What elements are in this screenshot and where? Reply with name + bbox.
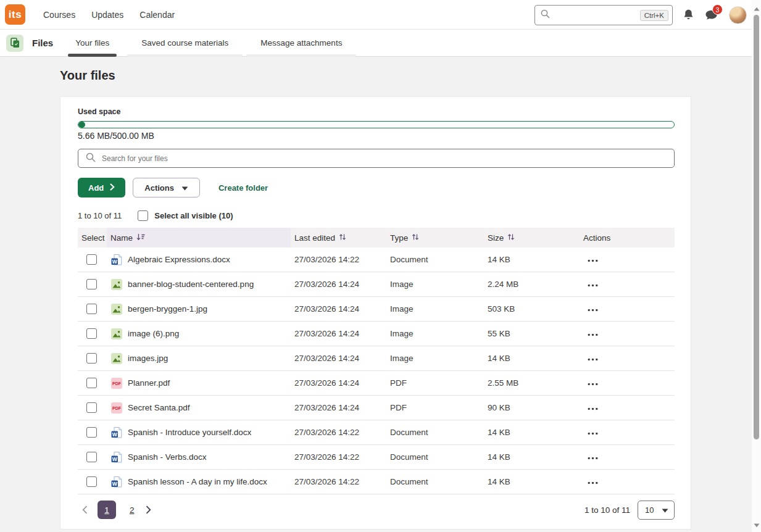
row-select-checkbox[interactable] (86, 328, 97, 339)
file-size: 14 KB (484, 354, 580, 363)
storage-usage-text: 5.66 MB/500.00 MB (78, 131, 154, 141)
svg-text:W: W (112, 481, 117, 487)
select-all-checkbox[interactable] (138, 210, 148, 221)
results-range-text: 1 to 10 of 11 (78, 211, 122, 220)
nav-item-updates[interactable]: Updates (83, 0, 131, 30)
file-type: Document (386, 428, 484, 437)
row-select-checkbox[interactable] (86, 279, 97, 289)
messages-button[interactable]: 3 (705, 10, 718, 23)
row-select-checkbox[interactable] (86, 254, 97, 265)
file-name-link[interactable]: Secret Santa.pdf (128, 403, 190, 412)
word-file-icon: W (110, 476, 122, 488)
file-last-edited: 27/03/2026 14:24 (291, 329, 386, 338)
file-search-input[interactable] (102, 154, 674, 163)
row-actions-menu-button[interactable] (580, 297, 675, 321)
column-header-last-edited[interactable]: Last edited (291, 228, 386, 247)
svg-text:PDF: PDF (112, 406, 122, 410)
row-actions-menu-button[interactable] (580, 346, 675, 370)
ellipsis-icon (588, 280, 598, 289)
nav-item-calendar[interactable]: Calendar (131, 0, 183, 30)
file-search[interactable] (78, 149, 675, 168)
svg-text:W: W (112, 456, 117, 462)
create-folder-link[interactable]: Create folder (218, 183, 268, 193)
global-search-input[interactable] (554, 10, 640, 20)
file-name-link[interactable]: bergen-bryggen-1.jpg (128, 304, 207, 314)
file-table-header: Select Name Last edited Type Siz (78, 228, 675, 247)
file-size: 55 KB (484, 329, 580, 338)
file-name-link[interactable]: images.jpg (128, 354, 168, 363)
pdf-file-icon: PDF (110, 377, 122, 389)
ellipsis-icon (588, 477, 598, 486)
column-header-actions: Actions (580, 228, 675, 247)
notifications-button[interactable] (683, 9, 694, 23)
row-select-checkbox[interactable] (86, 402, 97, 413)
file-size: 2.55 MB (484, 378, 580, 388)
column-header-type[interactable]: Type (386, 228, 484, 247)
tab-saved-course-materials[interactable]: Saved course materials (125, 30, 244, 57)
file-table-row: images.jpg 27/03/2026 14:24 Image 14 KB (78, 346, 675, 371)
actions-dropdown-button[interactable]: Actions (133, 178, 200, 197)
column-header-size[interactable]: Size (484, 228, 580, 247)
row-select-checkbox[interactable] (86, 378, 97, 388)
page-button-1[interactable]: 1 (98, 501, 116, 519)
row-select-checkbox[interactable] (86, 427, 97, 438)
file-type: Document (386, 255, 484, 264)
sort-updown-icon (412, 233, 419, 243)
scroll-down-arrow[interactable] (753, 519, 760, 530)
itslearning-logo[interactable]: its (5, 4, 25, 25)
row-select-checkbox[interactable] (86, 304, 97, 314)
file-table-row: W Spanish - Introduce yourself.docx 27/0… (78, 420, 675, 445)
next-page-button[interactable] (142, 505, 156, 514)
row-actions-menu-button[interactable] (580, 420, 675, 444)
row-actions-menu-button[interactable] (580, 272, 675, 296)
row-select-checkbox[interactable] (86, 353, 97, 364)
ellipsis-icon (588, 378, 598, 388)
file-last-edited: 27/03/2026 14:22 (291, 452, 386, 462)
file-name-link[interactable]: Algebraic Expressions.docx (128, 255, 230, 264)
page-button-2[interactable]: 2 (130, 505, 135, 515)
scroll-up-arrow[interactable] (753, 2, 760, 14)
files-app-icon[interactable] (6, 35, 23, 52)
page-title: Your files (60, 69, 115, 83)
user-avatar[interactable] (729, 6, 747, 24)
ellipsis-icon (588, 255, 598, 264)
pagination-range-text: 1 to 10 of 11 (584, 505, 630, 515)
pagination: 1 2 1 to 10 of 11 10 (78, 500, 675, 520)
main-menu: Courses Updates Calendar (35, 0, 183, 30)
svg-text:W: W (112, 259, 117, 265)
tab-your-files[interactable]: Your files (59, 30, 125, 57)
file-name-link[interactable]: Spanish - Verbs.docx (128, 452, 207, 462)
row-actions-menu-button[interactable] (580, 371, 675, 395)
search-icon (86, 152, 96, 165)
scrollbar-thumb[interactable] (754, 15, 759, 439)
image-file-icon (110, 278, 122, 290)
file-name-link[interactable]: Spanish lesson - A day in my life.docx (128, 477, 267, 486)
file-name-link[interactable]: banner-blog-student-centered.png (128, 280, 254, 289)
ellipsis-icon (588, 304, 598, 314)
file-type: Image (386, 304, 484, 314)
row-actions-menu-button[interactable] (580, 396, 675, 420)
file-name-link[interactable]: image (6).png (128, 329, 179, 338)
nav-item-courses[interactable]: Courses (35, 0, 83, 30)
add-button[interactable]: Add (78, 178, 125, 197)
previous-page-button[interactable] (78, 505, 91, 514)
row-actions-menu-button[interactable] (580, 322, 675, 346)
row-actions-menu-button[interactable] (580, 470, 675, 494)
column-header-name[interactable]: Name (107, 228, 291, 247)
page-size-select[interactable]: 10 (638, 501, 675, 520)
ellipsis-icon (588, 452, 598, 462)
word-file-icon: W (110, 451, 122, 463)
row-select-checkbox[interactable] (86, 476, 97, 487)
sort-descending-icon (136, 233, 145, 243)
file-last-edited: 27/03/2026 14:24 (291, 304, 386, 314)
row-select-checkbox[interactable] (86, 452, 97, 462)
word-file-icon: W (110, 426, 122, 438)
file-type: Document (386, 452, 484, 462)
row-actions-menu-button[interactable] (580, 445, 675, 469)
file-table: Select Name Last edited Type Siz (78, 228, 675, 494)
global-search[interactable]: Ctrl+K (534, 5, 673, 25)
file-name-link[interactable]: Planner.pdf (128, 378, 170, 388)
file-name-link[interactable]: Spanish - Introduce yourself.docx (128, 428, 251, 437)
row-actions-menu-button[interactable] (580, 247, 675, 272)
tab-message-attachments[interactable]: Message attachments (244, 30, 358, 57)
